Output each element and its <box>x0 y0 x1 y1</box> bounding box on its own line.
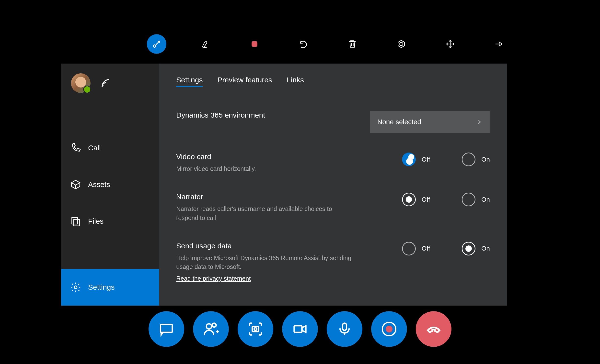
add-people-button[interactable] <box>193 311 229 347</box>
video-off-radio[interactable]: Off <box>402 153 430 166</box>
radio-icon <box>462 242 475 255</box>
svg-point-11 <box>254 328 257 331</box>
privacy-link[interactable]: Read the privacy statement <box>176 275 251 282</box>
delete-button[interactable] <box>343 34 362 54</box>
pointer-tool-button[interactable] <box>147 34 166 54</box>
focus-button[interactable] <box>392 34 411 54</box>
setting-dynamics-env: Dynamics 365 environment None selected <box>176 104 490 145</box>
svg-rect-4 <box>72 218 78 224</box>
usage-off-radio[interactable]: Off <box>402 242 430 255</box>
svg-point-0 <box>153 45 156 47</box>
hangup-button[interactable] <box>416 311 451 347</box>
setting-title: Send usage data <box>176 242 352 250</box>
radio-icon <box>402 153 416 166</box>
video-button[interactable] <box>282 311 318 347</box>
call-control-bar <box>149 311 451 347</box>
radio-icon <box>402 242 416 255</box>
nav-label: Call <box>88 144 101 152</box>
sidebar-item-assets[interactable]: Assets <box>61 166 159 203</box>
tab-preview-features[interactable]: Preview features <box>217 76 272 87</box>
snapshot-button[interactable] <box>238 311 273 347</box>
setting-desc: Help improve Microsoft Dynamics 365 Remo… <box>176 254 352 271</box>
pin-button[interactable] <box>489 34 509 54</box>
radio-label: Off <box>422 245 430 252</box>
narrator-radio-group: Off On <box>402 193 490 206</box>
env-selector[interactable]: None selected <box>370 111 490 133</box>
stop-tool-button[interactable] <box>245 34 264 54</box>
undo-button[interactable] <box>294 34 313 54</box>
settings-panel: Call Assets Files Settings Settings Prev… <box>61 64 507 306</box>
top-toolbar <box>147 34 551 54</box>
setting-desc: Narrator reads caller's username and ava… <box>176 204 352 222</box>
sidebar-item-files[interactable]: Files <box>61 203 159 240</box>
tab-links[interactable]: Links <box>287 76 304 87</box>
radio-label: On <box>481 245 490 252</box>
sidebar-item-settings[interactable]: Settings <box>61 269 159 306</box>
svg-marker-2 <box>398 40 405 48</box>
radio-label: On <box>481 156 490 163</box>
usage-on-radio[interactable]: On <box>462 242 490 255</box>
move-button[interactable] <box>440 34 460 54</box>
setting-title: Video card <box>176 153 352 161</box>
profile-row <box>61 64 159 103</box>
sidebar: Call Assets Files Settings <box>61 64 159 306</box>
setting-title: Dynamics 365 environment <box>176 111 352 119</box>
record-icon <box>382 322 396 336</box>
svg-rect-12 <box>294 326 302 332</box>
video-on-radio[interactable]: On <box>462 153 490 166</box>
nav-label: Files <box>88 217 104 225</box>
chat-button[interactable] <box>149 311 184 347</box>
setting-video-card: Video card Mirror video card horizontall… <box>176 145 490 185</box>
radio-icon <box>462 193 475 206</box>
usage-radio-group: Off On <box>402 242 490 255</box>
svg-point-6 <box>74 286 77 289</box>
setting-usage-data: Send usage data Help improve Microsoft D… <box>176 234 490 295</box>
sidebar-item-call[interactable]: Call <box>61 130 159 166</box>
radio-icon <box>402 193 416 206</box>
setting-narrator: Narrator Narrator reads caller's usernam… <box>176 185 490 234</box>
env-value: None selected <box>377 118 421 126</box>
narrator-on-radio[interactable]: On <box>462 193 490 206</box>
svg-rect-13 <box>343 323 346 330</box>
chevron-right-icon <box>476 119 483 125</box>
nav-label: Settings <box>88 283 115 291</box>
settings-content: Settings Preview features Links Dynamics… <box>159 64 507 306</box>
record-button[interactable] <box>371 311 407 347</box>
tabs: Settings Preview features Links <box>176 76 490 87</box>
radio-label: Off <box>422 196 430 203</box>
tab-settings[interactable]: Settings <box>176 76 203 87</box>
signal-strength-icon <box>100 78 111 88</box>
radio-label: On <box>481 196 490 203</box>
ink-tool-button[interactable] <box>196 34 215 54</box>
svg-rect-7 <box>161 324 172 332</box>
nav-label: Assets <box>88 180 110 189</box>
mic-button[interactable] <box>327 311 362 347</box>
narrator-off-radio[interactable]: Off <box>402 193 430 206</box>
svg-point-9 <box>212 323 216 327</box>
radio-label: Off <box>422 156 430 163</box>
radio-icon <box>462 153 475 166</box>
video-radio-group: Off On <box>402 153 490 166</box>
avatar[interactable] <box>71 73 91 93</box>
svg-point-3 <box>400 42 403 45</box>
svg-rect-5 <box>74 219 79 226</box>
svg-point-8 <box>206 324 211 329</box>
setting-title: Narrator <box>176 193 352 201</box>
setting-desc: Mirror video card horizontally. <box>176 164 352 173</box>
nav-list: Call Assets Files Settings <box>61 130 159 306</box>
svg-rect-1 <box>252 41 257 47</box>
